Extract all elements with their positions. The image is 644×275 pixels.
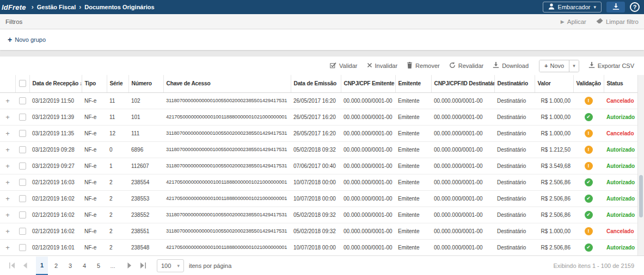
expand-row-button[interactable]: +	[5, 97, 10, 105]
table-row[interactable]: +03/12/2019 11:39NF-e1110142170500000000…	[0, 109, 637, 125]
trash-icon	[407, 62, 413, 70]
first-page-button[interactable]	[7, 260, 17, 271]
row-checkbox[interactable]	[19, 179, 26, 186]
cell-cnpj-emitente: 00.000.000/0001-00	[341, 158, 395, 174]
table-row[interactable]: +02/12/2019 16:02NF-e2238553421705000000…	[0, 190, 637, 207]
row-checkbox[interactable]	[19, 130, 26, 137]
col-valor[interactable]: Valor	[535, 75, 573, 92]
row-checkbox[interactable]	[19, 228, 26, 235]
page-size-select[interactable]: 100 ▾	[157, 259, 184, 272]
cell-data-recepcao: 02/12/2019 16:02	[29, 223, 82, 239]
col-numero[interactable]: Número	[128, 75, 163, 92]
expand-row-button[interactable]: +	[5, 146, 10, 154]
table-row[interactable]: +02/12/2019 16:02NF-e2238552311807000000…	[0, 207, 637, 223]
table-row[interactable]: +03/12/2019 09:28NF-e0689631180700000000…	[0, 141, 637, 158]
page-button-4[interactable]: 4	[78, 257, 90, 275]
cell-status: Autorizado	[604, 207, 637, 223]
page-button-5[interactable]: 5	[93, 257, 105, 275]
col-cnpj-emitente[interactable]: CNPJ/CPF Emitente	[341, 75, 395, 92]
expand-row-button[interactable]: +	[5, 129, 10, 138]
col-status[interactable]: Status	[604, 75, 637, 92]
col-cnpj-destinatario[interactable]: CNPJ/CPF/ID Destinatário	[431, 75, 494, 92]
row-checkbox[interactable]	[19, 244, 26, 251]
cell-status: Autorizado	[604, 190, 637, 207]
row-checkbox[interactable]	[19, 195, 26, 202]
new-group-label: Novo grupo	[15, 36, 46, 43]
expand-row-button[interactable]: +	[5, 162, 10, 170]
revalidate-button[interactable]: Revalidar	[449, 62, 483, 70]
new-button[interactable]: + Novo	[539, 60, 569, 72]
cell-numero: 238552	[128, 207, 163, 223]
prev-page-button[interactable]	[20, 260, 30, 271]
select-all-checkbox[interactable]	[19, 80, 26, 87]
page-button-1[interactable]: 1	[36, 257, 48, 275]
invalidate-button[interactable]: Invalidar	[367, 62, 398, 69]
vertical-scrollbar[interactable]	[637, 75, 644, 255]
export-csv-button[interactable]: Exportar CSV	[588, 62, 634, 70]
help-button[interactable]: ?	[630, 2, 640, 12]
app-logo[interactable]: ldFrete	[0, 3, 28, 11]
row-checkbox[interactable]	[19, 162, 26, 170]
next-page-button[interactable]	[124, 260, 135, 271]
row-checkbox[interactable]	[19, 146, 26, 153]
pager-more-pages[interactable]: ...	[107, 257, 119, 275]
expand-row-button[interactable]: +	[5, 195, 10, 203]
page-button-2[interactable]: 2	[50, 257, 62, 275]
header-download-button[interactable]	[606, 2, 625, 12]
embarcador-label: Embarcador	[558, 4, 591, 10]
clear-filter-label: Limpar filtro	[606, 18, 639, 25]
new-group-button[interactable]: + Novo grupo	[8, 36, 46, 43]
expand-row-button[interactable]: +	[5, 243, 10, 252]
last-page-button[interactable]	[137, 260, 148, 271]
col-data-emissao[interactable]: Data de Emissão	[291, 75, 341, 92]
scrollbar-thumb[interactable]	[639, 175, 643, 217]
remove-button[interactable]: Remover	[407, 62, 440, 70]
download-button[interactable]: Download	[493, 62, 529, 70]
col-data-recepcao[interactable]: Data de Recepção↓	[29, 75, 82, 92]
table-row[interactable]: +03/12/2019 11:35NF-e1211131180700000000…	[0, 125, 637, 141]
expand-row-button[interactable]: +	[5, 113, 10, 121]
apply-filter-button[interactable]: ▶ Aplicar	[561, 18, 586, 25]
cell-numero: 238554	[128, 174, 163, 190]
table-row[interactable]: +03/12/2019 09:27NF-e1112607311807000000…	[0, 158, 637, 174]
clear-filter-button[interactable]: Limpar filtro	[596, 18, 639, 25]
cell-cnpj-emitente: 00.000.000/0001-00	[341, 174, 395, 190]
breadcrumb-documentos-originarios[interactable]: Documentos Originários	[84, 4, 154, 10]
col-tipo[interactable]: Tipo	[82, 75, 107, 92]
cell-serie: 12	[107, 125, 128, 141]
col-emitente[interactable]: Emitente	[395, 75, 431, 92]
cell-status: Autorizado	[604, 109, 637, 125]
cell-data-emissao: 26/05/2017 16:20	[291, 125, 341, 141]
breadcrumb-gestao-fiscal[interactable]: Gestão Fiscal	[37, 4, 76, 10]
cell-status: Cancelado	[604, 125, 637, 141]
row-checkbox[interactable]	[19, 211, 26, 218]
col-destinatario[interactable]: Destinatário	[494, 75, 535, 92]
col-chave-acesso[interactable]: Chave de Acesso	[163, 75, 291, 92]
cell-emitente: Emitente	[395, 125, 431, 141]
validate-button[interactable]: Validar	[330, 62, 357, 70]
cell-serie: 11	[107, 92, 128, 109]
row-checkbox[interactable]	[19, 97, 26, 104]
row-checkbox[interactable]	[19, 114, 26, 121]
expand-row-button[interactable]: +	[5, 227, 10, 235]
col-serie[interactable]: Série	[107, 75, 128, 92]
expand-row-button[interactable]: +	[5, 211, 10, 219]
cell-tipo: NF-e	[82, 174, 107, 190]
cell-cnpj-destinatario: 00.000.000/0001-00	[431, 141, 494, 158]
table-row[interactable]: +02/12/2019 16:02NF-e2238551311807000000…	[0, 223, 637, 239]
cell-data-recepcao: 03/12/2019 11:35	[29, 125, 82, 141]
embarcador-menu[interactable]: Embarcador ▾	[543, 2, 602, 12]
table-row[interactable]: +02/12/2019 16:03NF-e2238554421705000000…	[0, 174, 637, 190]
cell-numero: 238553	[128, 190, 163, 207]
expand-row-button[interactable]: +	[5, 178, 10, 186]
cell-cnpj-destinatario: 00.000.000/0001-00	[431, 174, 494, 190]
table-row[interactable]: +02/12/2019 16:01NF-e2238548421705000000…	[0, 239, 637, 255]
col-validacao[interactable]: Validação	[573, 75, 604, 92]
new-button-caret[interactable]: ▾	[569, 60, 579, 72]
page-button-3[interactable]: 3	[64, 257, 76, 275]
plus-icon: +	[8, 36, 12, 43]
cell-chave-acesso: 3118070000000000010055002000238550142941…	[163, 158, 291, 174]
cell-tipo: NF-e	[82, 158, 107, 174]
table-row[interactable]: +03/12/2019 11:50NF-e1110231180700000000…	[0, 92, 637, 109]
cell-emitente: Emitente	[395, 141, 431, 158]
